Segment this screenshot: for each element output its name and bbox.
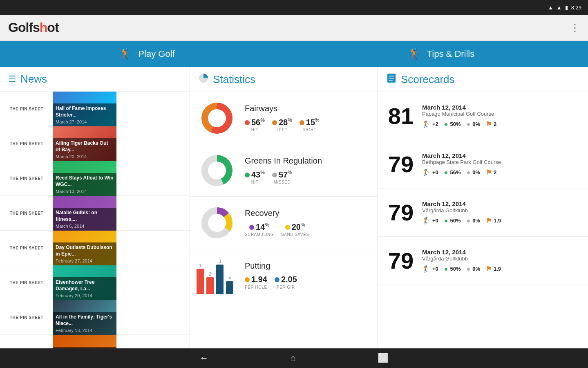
news-thumb-date: March 13, 2014 [56,189,114,194]
scorecard-item[interactable]: 81 March 12, 2014 Papago Municipal Golf … [378,92,588,140]
stat-dot [300,120,304,125]
stat-dot [275,277,279,282]
stat-section-2: Recovery 14% SCRAMBLING 20% SAND SAVES [190,197,378,249]
stat-dot [249,225,254,230]
news-thumb-title: Reed Stays Afloat to Win WGC... [56,175,114,188]
news-thumb: Sawgrass, Naples Resorts Tak... February… [53,335,116,349]
news-thumb: Eisenhower Tree Damaged, La... February … [53,265,116,300]
scorecard-course: Vårgårda Golfklubb [422,207,581,213]
stat-numbers: 56% HIT 28% LEFT 15% RIGHT [245,117,371,132]
scorecard-gir: ● 0% [467,121,480,128]
stat-info: Fairways 56% HIT 28% LEFT 15% RIGHT [245,104,371,132]
home-button[interactable]: ⌂ [290,353,295,364]
news-item[interactable]: THE PIN SHEET All in the Family: Tiger's… [0,300,190,335]
stat-info: Recovery 14% SCRAMBLING 20% SAND SAVES [245,209,371,237]
bar-2 [216,265,224,294]
tab-bar: 🏌 Play Golf 🏌 Tips & Drills [0,41,588,67]
scorecard-score: 79 [385,151,417,177]
fairway-icon: ● [444,265,448,273]
stat-section-title: Putting [245,261,371,271]
news-item[interactable]: THE PIN SHEET Day Outlasts Dubuisson in … [0,231,190,265]
news-thumb-title: Eisenhower Tree Damaged, La... [56,279,114,292]
news-item[interactable]: THE PIN SHEET Sawgrass, Naples Resorts T… [0,335,190,348]
news-thumb-overlay: Reed Stays Afloat to Win WGC... March 13… [53,173,116,195]
fairways-value: 56% [450,169,461,175]
news-thumb: Reed Stays Afloat to Win WGC... March 13… [53,161,116,196]
stat-label: HIT [245,180,265,184]
stats-header: Statistics [190,67,378,92]
news-item[interactable]: THE PIN SHEET Hall of Fame Imposes Stric… [0,92,190,126]
scorecard-course: Vårgårda Golfklubb [422,256,581,262]
gir-icon: ● [467,217,471,224]
scorecard-details: March 12, 2014 Vårgårda Golfklubb 🏌 +0 ●… [417,249,581,273]
recents-button[interactable]: ⬜ [378,353,389,364]
scorecard-plus-minus: 🏌 +2 [422,120,438,128]
news-item[interactable]: THE PIN SHEET Ailing Tiger Backs Out of … [0,126,190,161]
stats-sections: Fairways 56% HIT 28% LEFT 15% RIGHT [190,92,378,301]
time: 8:29 [571,4,581,11]
news-item[interactable]: THE PIN SHEET Natalie Gulbis: on fitness… [0,196,190,231]
news-thumb: Ailing Tiger Backs Out of Bay... March 2… [53,126,116,161]
scorecard-date: March 12, 2014 [422,104,581,111]
news-item[interactable]: THE PIN SHEET Reed Stays Afloat to Win W… [0,161,190,196]
news-list: THE PIN SHEET Hall of Fame Imposes Stric… [0,92,190,348]
flag-icon: ⚑ [486,265,492,273]
news-thumb: Hall of Fame Imposes Stricter... March 2… [53,92,116,126]
scorecards-list: 81 March 12, 2014 Papago Municipal Golf … [378,92,588,285]
gir-value: 0% [472,266,480,272]
stat-label: PER HOLE [245,285,267,289]
stat-section-title: Greens In Regulation [245,156,371,166]
fairways-value: 50% [450,121,461,127]
scorecard-item[interactable]: 79 March 12, 2014 Vårgårda Golfklubb 🏌 +… [378,188,588,237]
scorecard-item[interactable]: 79 March 12, 2014 Bethpage State Park Go… [378,140,588,188]
news-thumb-date: March 6, 2014 [56,224,114,229]
stat-group: 28% LEFT [272,117,292,132]
news-thumb-title: All in the Family: Tiger's Niece... [56,314,114,327]
play-golf-icon: 🏌 [119,47,133,61]
scorecard-fairways: ● 50% [444,265,461,273]
scorecard-stats: 🏌 +2 ● 50% ● 0% ⚑ 2 [422,120,581,128]
menu-button[interactable]: ⋮ [570,22,580,34]
news-thumb-date: February 13, 2014 [56,328,114,333]
scorecard-gir: ● 0% [467,217,480,224]
flag-icon: ⚑ [486,168,492,176]
stat-group: 1.94 PER HOLE [245,275,267,289]
news-source: THE PIN SHEET [0,246,53,250]
scorecard-putts: ⚑ 1.9 [486,265,501,273]
stat-value: 43% [245,170,265,180]
stat-label: PER GIR [275,285,297,289]
tab-play-golf[interactable]: 🏌 Play Golf [0,41,294,67]
stat-group: 20% SAND SAVES [281,222,309,237]
scorecards-icon [386,73,397,86]
stat-label: LEFT [272,128,292,132]
scorecard-putts: ⚑ 2 [486,120,496,128]
news-column: ☰ News THE PIN SHEET Hall of Fame Impose… [0,67,190,348]
scorecard-details: March 12, 2014 Papago Municipal Golf Cou… [417,104,581,128]
stat-group: 2.05 PER GIR [275,275,297,289]
stat-dot [245,277,250,282]
stat-label: HIT [245,128,265,132]
news-title: News [20,73,47,85]
scorecard-fairways: ● 50% [444,217,461,224]
tab-play-golf-label: Play Golf [138,49,174,59]
scorecard-stats: 🏌 +0 ● 50% ● 0% ⚑ 1.9 [422,217,581,224]
news-thumb-overlay: All in the Family: Tiger's Niece... Febr… [53,312,116,334]
scorecard-fairways: ● 56% [444,169,461,176]
stat-group: 57% MISSED [272,170,292,185]
stats-chart-icon [198,73,209,86]
bar-0 [197,269,204,294]
stat-section-title: Fairways [245,104,371,113]
news-thumb: All in the Family: Tiger's Niece... Febr… [53,300,116,335]
putts-value: 1.9 [494,266,501,272]
scorecards-title: Scorecards [401,73,455,86]
tab-tips-drills[interactable]: 🏌 Tips & Drills [294,41,588,67]
scorecard-item[interactable]: 79 March 12, 2014 Vårgårda Golfklubb 🏌 +… [378,237,588,285]
scorecard-stats: 🏌 +0 ● 50% ● 0% ⚑ 1.9 [422,265,581,273]
scorecards-header: Scorecards [378,67,588,92]
stats-title: Statistics [213,73,255,86]
news-item[interactable]: THE PIN SHEET Eisenhower Tree Damaged, L… [0,265,190,300]
gir-icon: ● [467,169,471,176]
back-button[interactable]: ← [199,353,208,364]
fairway-icon: ● [444,121,448,128]
stat-numbers: 1.94 PER HOLE 2.05 PER GIR [245,275,371,289]
